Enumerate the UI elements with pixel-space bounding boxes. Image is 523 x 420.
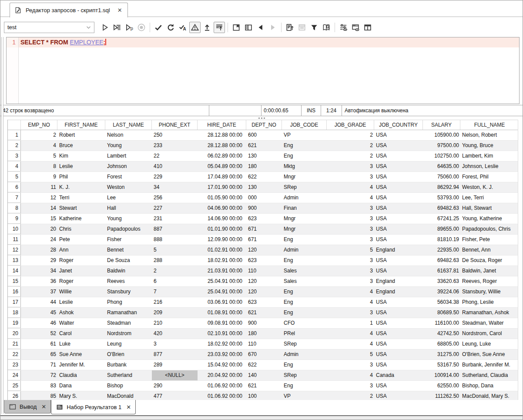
row-number-cell[interactable]: 22	[8, 349, 21, 360]
tab-output[interactable]: Вывод✕	[4, 400, 51, 413]
cell-FIRST_NAME[interactable]: Robert	[57, 130, 105, 140]
cell-HIRE_DATE[interactable]: 28.12.88 00:00	[198, 130, 246, 140]
cell-JOB_COUNTRY[interactable]: USA	[374, 318, 423, 328]
cell-FULL_NAME[interactable]: Fisher, Pete	[460, 235, 518, 245]
cell-EMP_NO[interactable]: 2	[21, 130, 57, 140]
column-header-HIRE_DATE[interactable]: HIRE_DATE	[198, 120, 246, 130]
cell-FIRST_NAME[interactable]: Mary S.	[57, 391, 105, 400]
cell-JOB_GRADE[interactable]: 1	[327, 318, 374, 328]
close-icon[interactable]: ✕	[117, 7, 122, 13]
cell-FULL_NAME[interactable]: Nelson, Robert	[460, 130, 518, 140]
cell-HIRE_DATE[interactable]: 15.04.92 00:00	[198, 360, 246, 370]
cell-JOB_COUNTRY[interactable]: USA	[374, 161, 423, 171]
cell-EMP_NO[interactable]: 34	[21, 266, 57, 276]
cell-JOB_GRADE[interactable]: 3	[327, 266, 374, 276]
cell-PHONE_EXT[interactable]: 3	[152, 339, 198, 349]
cell-LAST_NAME[interactable]: Weston	[105, 182, 152, 192]
cell-JOB_COUNTRY[interactable]: USA	[374, 130, 423, 140]
cell-DEPT_NO[interactable]: 621	[246, 308, 282, 318]
cell-JOB_COUNTRY[interactable]: USA	[374, 360, 423, 370]
column-header-PHONE_EXT[interactable]: PHONE_EXT	[152, 120, 198, 130]
left-dock-rail[interactable]	[1, 37, 3, 414]
cell-JOB_COUNTRY[interactable]: USA	[374, 172, 423, 182]
cell-SALARY[interactable]: 22935.00	[423, 245, 460, 255]
cell-SALARY[interactable]: 61637.81	[423, 266, 460, 276]
row-number-cell[interactable]: 14	[8, 266, 21, 276]
cell-JOB_COUNTRY[interactable]: USA	[374, 182, 423, 192]
cell-JOB_GRADE[interactable]: 2	[327, 130, 374, 140]
cell-JOB_COUNTRY[interactable]: USA	[374, 329, 423, 339]
cell-JOB_CODE[interactable]: VP	[282, 130, 327, 140]
cell-HIRE_DATE[interactable]: 05.04.89 00:00	[198, 161, 246, 171]
cell-HIRE_DATE[interactable]: 01.05.90 00:00	[198, 193, 246, 203]
cell-SALARY[interactable]: 53793.00	[423, 193, 460, 203]
cell-HIRE_DATE[interactable]: 01.06.92 00:00	[198, 381, 246, 391]
cell-FULL_NAME[interactable]: Leung, Luke	[460, 339, 518, 349]
cell-SALARY[interactable]: 97500.00	[423, 141, 460, 151]
cell-FIRST_NAME[interactable]: Jennifer M.	[57, 360, 105, 370]
cell-JOB_CODE[interactable]: Eng	[282, 255, 327, 265]
cell-FIRST_NAME[interactable]: Katherine	[57, 214, 105, 224]
cell-SALARY[interactable]: 116100.00	[423, 318, 460, 328]
cell-FIRST_NAME[interactable]: Roger	[57, 276, 105, 286]
cell-FIRST_NAME[interactable]: Leslie	[57, 161, 105, 171]
row-number-cell[interactable]: 7	[8, 193, 21, 203]
cell-JOB_CODE[interactable]: Eng	[282, 141, 327, 151]
row-number-cell[interactable]: 26	[8, 391, 21, 400]
cell-FULL_NAME[interactable]: Forest, Phil	[460, 172, 518, 182]
cell-PHONE_EXT[interactable]: 888	[152, 235, 198, 245]
cell-SALARY[interactable]: 68805.00	[423, 339, 460, 349]
cell-JOB_CODE[interactable]: Finan	[282, 203, 327, 213]
cell-JOB_GRADE[interactable]: 3	[327, 276, 374, 286]
column-header-JOB_GRADE[interactable]: JOB_GRADE	[327, 120, 374, 130]
cell-PHONE_EXT[interactable]: 477	[152, 391, 198, 400]
cell-EMP_NO[interactable]: 9	[21, 172, 57, 182]
cell-LAST_NAME[interactable]: Hall	[105, 203, 152, 213]
cell-HIRE_DATE[interactable]: 01.02.91 00:00	[198, 245, 246, 255]
cell-EMP_NO[interactable]: 14	[21, 203, 57, 213]
cell-EMP_NO[interactable]: 44	[21, 297, 57, 307]
cell-JOB_CODE[interactable]: Eng	[282, 151, 327, 161]
cell-EMP_NO[interactable]: 20	[21, 224, 57, 234]
cell-LAST_NAME[interactable]: Ramanathan	[105, 308, 152, 318]
cell-PHONE_EXT[interactable]: 877	[152, 349, 198, 360]
cell-EMP_NO[interactable]: 29	[21, 255, 57, 265]
cell-HIRE_DATE[interactable]: 25.04.91 00:00	[198, 287, 246, 297]
cell-JOB_CODE[interactable]: Eng	[282, 297, 327, 307]
cell-FULL_NAME[interactable]: Young, Bruce	[460, 141, 518, 151]
cell-LAST_NAME[interactable]: Young	[105, 141, 152, 151]
cell-SALARY[interactable]: 31275.00	[423, 349, 460, 360]
cell-HIRE_DATE[interactable]: 28.12.88 00:00	[198, 141, 246, 151]
cell-FULL_NAME[interactable]: Ramanathan, Ashok	[460, 308, 518, 318]
cell-PHONE_EXT[interactable]: 6	[152, 276, 198, 286]
cell-SALARY[interactable]: 102750.00	[423, 151, 460, 161]
cell-DEPT_NO[interactable]: 140	[246, 370, 282, 380]
cell-JOB_COUNTRY[interactable]: USA	[374, 391, 423, 400]
cell-JOB_GRADE[interactable]: 2	[327, 141, 374, 151]
cell-FIRST_NAME[interactable]: Roger	[57, 255, 105, 265]
cell-PHONE_EXT[interactable]: 7	[152, 287, 198, 297]
cell-JOB_CODE[interactable]: Eng	[282, 308, 327, 318]
cell-LAST_NAME[interactable]: Papadopoulos	[105, 224, 152, 234]
splitter-handle[interactable]	[0, 116, 523, 120]
cell-PHONE_EXT[interactable]: 290	[152, 381, 198, 391]
cell-EMP_NO[interactable]: 5	[21, 151, 57, 161]
cell-FULL_NAME[interactable]: Baldwin, Janet	[460, 266, 518, 276]
cell-LAST_NAME[interactable]: Steadman	[105, 318, 152, 328]
cell-DEPT_NO[interactable]: 670	[246, 349, 282, 360]
close-icon[interactable]: ✕	[126, 404, 131, 410]
cell-FULL_NAME[interactable]: O'Brien, Sue Anne	[460, 349, 518, 360]
row-number-cell[interactable]: 16	[8, 287, 21, 297]
cell-PHONE_EXT[interactable]: 209	[152, 308, 198, 318]
cell-FULL_NAME[interactable]: Lambert, Kim	[460, 151, 518, 161]
row-number-cell[interactable]: 6	[8, 182, 21, 192]
cell-LAST_NAME[interactable]: Reeves	[105, 276, 152, 286]
cell-JOB_GRADE[interactable]: 2	[327, 151, 374, 161]
cell-DEPT_NO[interactable]: 621	[246, 141, 282, 151]
cell-EMP_NO[interactable]: 36	[21, 276, 57, 286]
cell-FULL_NAME[interactable]: Hall, Stewart	[460, 203, 518, 213]
cell-LAST_NAME[interactable]: Lambert	[105, 151, 152, 161]
search-book-icon[interactable]	[321, 22, 332, 33]
rollback-icon[interactable]	[165, 22, 176, 33]
cell-EMP_NO[interactable]: 61	[21, 339, 57, 349]
